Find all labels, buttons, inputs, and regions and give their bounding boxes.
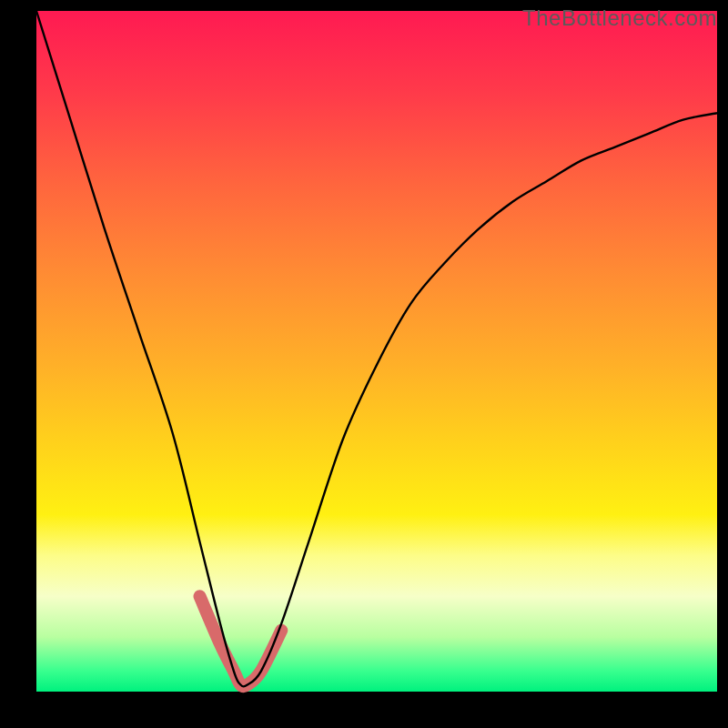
chart-container: TheBottleneck.com — [0, 0, 728, 728]
chart-svg — [36, 11, 717, 692]
watermark-text: TheBottleneck.com — [522, 5, 717, 31]
bottleneck-curve — [36, 11, 717, 686]
highlight-curve — [200, 596, 282, 686]
chart-plot-area — [36, 11, 717, 692]
